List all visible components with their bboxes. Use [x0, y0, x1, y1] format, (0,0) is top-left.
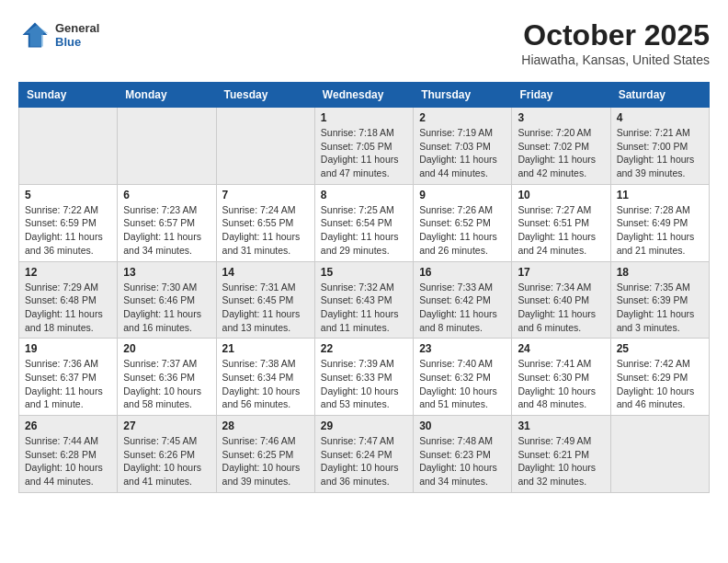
day-number: 13 — [123, 266, 210, 279]
calendar-cell: 13Sunrise: 7:30 AM Sunset: 6:46 PM Dayli… — [118, 261, 216, 339]
calendar-cell: 23Sunrise: 7:40 AM Sunset: 6:32 PM Dayli… — [414, 339, 512, 416]
day-number: 26 — [25, 419, 111, 432]
calendar-table: SundayMondayTuesdayWednesdayThursdayFrid… — [18, 82, 710, 493]
calendar-week-4: 19Sunrise: 7:36 AM Sunset: 6:37 PM Dayli… — [19, 339, 710, 416]
weekday-header-sunday: Sunday — [19, 83, 118, 108]
calendar-cell: 29Sunrise: 7:47 AM Sunset: 6:24 PM Dayli… — [314, 416, 413, 493]
calendar-header: SundayMondayTuesdayWednesdayThursdayFrid… — [19, 83, 710, 108]
calendar-cell: 12Sunrise: 7:29 AM Sunset: 6:48 PM Dayli… — [19, 261, 118, 339]
day-number: 29 — [321, 419, 407, 432]
calendar-cell: 26Sunrise: 7:44 AM Sunset: 6:28 PM Dayli… — [19, 416, 118, 493]
day-number: 2 — [419, 111, 506, 124]
logo: General Blue — [18, 18, 99, 52]
day-number: 22 — [321, 342, 407, 355]
calendar-cell: 7Sunrise: 7:24 AM Sunset: 6:55 PM Daylig… — [216, 184, 314, 261]
calendar-cell: 3Sunrise: 7:20 AM Sunset: 7:02 PM Daylig… — [512, 108, 610, 185]
day-info: Sunrise: 7:27 AM Sunset: 6:51 PM Dayligh… — [518, 203, 604, 258]
calendar-cell: 2Sunrise: 7:19 AM Sunset: 7:03 PM Daylig… — [414, 108, 512, 185]
logo-blue-text: Blue — [55, 35, 99, 49]
weekday-header-thursday: Thursday — [414, 83, 512, 108]
day-info: Sunrise: 7:34 AM Sunset: 6:40 PM Dayligh… — [518, 281, 604, 335]
day-info: Sunrise: 7:36 AM Sunset: 6:37 PM Dayligh… — [25, 357, 111, 411]
calendar-cell: 4Sunrise: 7:21 AM Sunset: 7:00 PM Daylig… — [610, 108, 709, 185]
calendar-cell: 20Sunrise: 7:37 AM Sunset: 6:36 PM Dayli… — [118, 339, 216, 416]
day-number: 6 — [123, 189, 210, 201]
day-info: Sunrise: 7:23 AM Sunset: 6:57 PM Dayligh… — [123, 203, 210, 258]
day-number: 15 — [321, 266, 407, 279]
day-number: 21 — [222, 342, 309, 355]
logo-general-text: General — [55, 21, 99, 35]
weekday-header-tuesday: Tuesday — [216, 83, 314, 108]
calendar-cell: 18Sunrise: 7:35 AM Sunset: 6:39 PM Dayli… — [610, 261, 709, 339]
day-number: 7 — [222, 189, 309, 201]
day-number: 14 — [222, 266, 309, 279]
day-number: 28 — [222, 419, 309, 432]
day-info: Sunrise: 7:41 AM Sunset: 6:30 PM Dayligh… — [518, 357, 604, 411]
weekday-header-saturday: Saturday — [610, 83, 709, 108]
day-number: 1 — [321, 111, 407, 124]
day-number: 9 — [419, 189, 506, 201]
day-info: Sunrise: 7:38 AM Sunset: 6:34 PM Dayligh… — [222, 357, 309, 411]
day-info: Sunrise: 7:48 AM Sunset: 6:23 PM Dayligh… — [419, 434, 506, 488]
day-info: Sunrise: 7:25 AM Sunset: 6:54 PM Dayligh… — [321, 203, 407, 258]
calendar-cell: 8Sunrise: 7:25 AM Sunset: 6:54 PM Daylig… — [314, 184, 413, 261]
title-block: October 2025 Hiawatha, Kansas, United St… — [521, 18, 710, 67]
calendar-week-1: 1Sunrise: 7:18 AM Sunset: 7:05 PM Daylig… — [19, 108, 710, 185]
day-info: Sunrise: 7:31 AM Sunset: 6:45 PM Dayligh… — [222, 281, 309, 335]
day-number: 31 — [518, 419, 604, 432]
day-info: Sunrise: 7:33 AM Sunset: 6:42 PM Dayligh… — [419, 281, 506, 335]
weekday-header-wednesday: Wednesday — [314, 83, 413, 108]
calendar-cell: 22Sunrise: 7:39 AM Sunset: 6:33 PM Dayli… — [314, 339, 413, 416]
weekday-header-monday: Monday — [118, 83, 216, 108]
day-info: Sunrise: 7:29 AM Sunset: 6:48 PM Dayligh… — [25, 281, 111, 335]
calendar-cell: 21Sunrise: 7:38 AM Sunset: 6:34 PM Dayli… — [216, 339, 314, 416]
day-info: Sunrise: 7:22 AM Sunset: 6:59 PM Dayligh… — [25, 203, 111, 258]
calendar-cell: 5Sunrise: 7:22 AM Sunset: 6:59 PM Daylig… — [19, 184, 118, 261]
calendar-cell — [118, 108, 216, 185]
calendar-cell — [610, 416, 709, 493]
day-info: Sunrise: 7:21 AM Sunset: 7:00 PM Dayligh… — [617, 126, 703, 180]
day-info: Sunrise: 7:35 AM Sunset: 6:39 PM Dayligh… — [617, 281, 703, 335]
calendar-week-3: 12Sunrise: 7:29 AM Sunset: 6:48 PM Dayli… — [19, 261, 710, 339]
calendar-cell: 31Sunrise: 7:49 AM Sunset: 6:21 PM Dayli… — [512, 416, 610, 493]
logo-icon — [18, 18, 51, 52]
day-info: Sunrise: 7:39 AM Sunset: 6:33 PM Dayligh… — [321, 357, 407, 411]
day-info: Sunrise: 7:30 AM Sunset: 6:46 PM Dayligh… — [123, 281, 210, 335]
day-info: Sunrise: 7:45 AM Sunset: 6:26 PM Dayligh… — [123, 434, 210, 488]
calendar-cell: 16Sunrise: 7:33 AM Sunset: 6:42 PM Dayli… — [414, 261, 512, 339]
day-info: Sunrise: 7:40 AM Sunset: 6:32 PM Dayligh… — [419, 357, 506, 411]
month-title: October 2025 — [521, 18, 710, 52]
day-number: 3 — [518, 111, 604, 124]
day-number: 19 — [25, 342, 111, 355]
page-header: General Blue October 2025 Hiawatha, Kans… — [18, 18, 710, 67]
day-info: Sunrise: 7:19 AM Sunset: 7:03 PM Dayligh… — [419, 126, 506, 180]
calendar-cell: 10Sunrise: 7:27 AM Sunset: 6:51 PM Dayli… — [512, 184, 610, 261]
weekday-header-friday: Friday — [512, 83, 610, 108]
weekday-header-row: SundayMondayTuesdayWednesdayThursdayFrid… — [19, 83, 710, 108]
day-number: 27 — [123, 419, 210, 432]
location-text: Hiawatha, Kansas, United States — [521, 52, 710, 67]
day-info: Sunrise: 7:20 AM Sunset: 7:02 PM Dayligh… — [518, 126, 604, 180]
day-number: 20 — [123, 342, 210, 355]
day-info: Sunrise: 7:46 AM Sunset: 6:25 PM Dayligh… — [222, 434, 309, 488]
logo-text: General Blue — [55, 21, 99, 49]
calendar-cell: 27Sunrise: 7:45 AM Sunset: 6:26 PM Dayli… — [118, 416, 216, 493]
day-number: 24 — [518, 342, 604, 355]
calendar-cell: 28Sunrise: 7:46 AM Sunset: 6:25 PM Dayli… — [216, 416, 314, 493]
calendar-cell: 30Sunrise: 7:48 AM Sunset: 6:23 PM Dayli… — [414, 416, 512, 493]
day-number: 17 — [518, 266, 604, 279]
calendar-cell — [19, 108, 118, 185]
calendar-cell: 24Sunrise: 7:41 AM Sunset: 6:30 PM Dayli… — [512, 339, 610, 416]
day-info: Sunrise: 7:44 AM Sunset: 6:28 PM Dayligh… — [25, 434, 111, 488]
day-number: 18 — [617, 266, 703, 279]
day-number: 8 — [321, 189, 407, 201]
day-info: Sunrise: 7:24 AM Sunset: 6:55 PM Dayligh… — [222, 203, 309, 258]
day-number: 10 — [518, 189, 604, 201]
day-info: Sunrise: 7:42 AM Sunset: 6:29 PM Dayligh… — [617, 357, 703, 411]
calendar-cell: 6Sunrise: 7:23 AM Sunset: 6:57 PM Daylig… — [118, 184, 216, 261]
day-info: Sunrise: 7:18 AM Sunset: 7:05 PM Dayligh… — [321, 126, 407, 180]
day-number: 4 — [617, 111, 703, 124]
calendar-body: 1Sunrise: 7:18 AM Sunset: 7:05 PM Daylig… — [19, 108, 710, 493]
calendar-cell: 11Sunrise: 7:28 AM Sunset: 6:49 PM Dayli… — [610, 184, 709, 261]
calendar-cell: 14Sunrise: 7:31 AM Sunset: 6:45 PM Dayli… — [216, 261, 314, 339]
